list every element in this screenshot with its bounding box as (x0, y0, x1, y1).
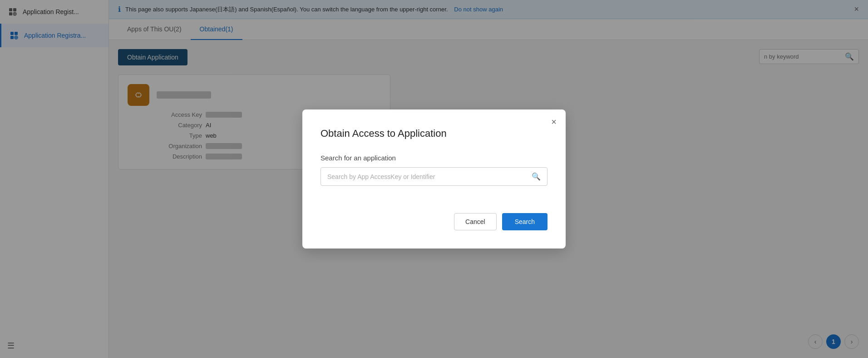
modal-title: Obtain Access to Application (321, 128, 547, 139)
modal-dialog: × Obtain Access to Application Search fo… (302, 109, 566, 249)
modal-search-icon: 🔍 (532, 172, 541, 181)
modal-close-button[interactable]: × (551, 117, 557, 127)
modal-actions: Cancel Search (321, 213, 547, 230)
search-button[interactable]: Search (502, 213, 547, 230)
modal-overlay[interactable]: × Obtain Access to Application Search fo… (0, 0, 868, 358)
modal-search-input[interactable] (327, 173, 528, 180)
modal-search-label: Search for an application (321, 154, 547, 162)
cancel-button[interactable]: Cancel (454, 213, 497, 230)
modal-search-box: 🔍 (321, 167, 547, 186)
